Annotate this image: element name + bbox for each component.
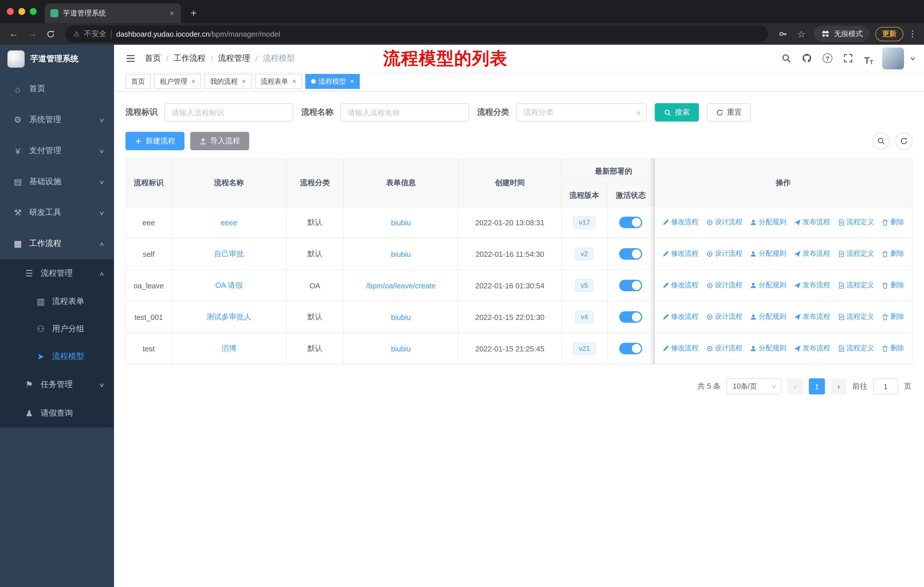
close-window-button[interactable] <box>7 8 14 15</box>
help-icon[interactable]: ? <box>821 51 834 65</box>
page-number-1[interactable]: 1 <box>809 378 825 394</box>
tab-close-icon[interactable]: × <box>168 8 175 18</box>
sidebar-item-process-management[interactable]: ☰ 流程管理 ∧ <box>0 259 114 288</box>
action-assign-rule[interactable]: 分配规则 <box>750 344 786 354</box>
version-badge[interactable]: v17 <box>573 216 596 229</box>
sidebar-item-infrastructure[interactable]: ▤ 基础设施 ∨ <box>0 166 114 197</box>
breadcrumb-home[interactable]: 首页 <box>145 53 161 63</box>
password-key-icon[interactable] <box>775 26 791 42</box>
sidebar-item-workflow[interactable]: ▦ 工作流程 ∧ <box>0 228 114 259</box>
model-name-link[interactable]: eeee <box>221 218 237 227</box>
breadcrumb-process-management[interactable]: 流程管理 <box>218 53 250 63</box>
active-toggle[interactable] <box>619 248 642 260</box>
browser-tab[interactable]: 芋道管理系统 × <box>45 3 181 23</box>
form-link[interactable]: biubiu <box>391 344 411 353</box>
action-delete[interactable]: 删除 <box>882 312 904 322</box>
sidebar-item-dev-tools[interactable]: ⚒ 研发工具 ∨ <box>0 197 114 228</box>
close-icon[interactable]: × <box>242 78 246 85</box>
back-icon[interactable]: ← <box>6 26 22 42</box>
form-link[interactable]: biubiu <box>391 250 411 258</box>
search-button[interactable]: 搜索 <box>655 103 699 122</box>
close-icon[interactable]: × <box>292 78 296 85</box>
sidebar-item-process-model[interactable]: ➤ 流程模型 <box>0 343 114 370</box>
action-publish[interactable]: 发布流程 <box>794 249 830 259</box>
sidebar-item-home[interactable]: ⌂ 首页 <box>0 73 114 104</box>
form-link[interactable]: /bpm/oa/leave/create <box>366 281 436 290</box>
action-delete[interactable]: 删除 <box>882 281 904 290</box>
action-design[interactable]: 设计流程 <box>706 344 742 354</box>
close-icon[interactable]: × <box>350 78 354 85</box>
action-edit[interactable]: 修改流程 <box>662 312 698 322</box>
sidebar-item-user-group[interactable]: ⚇ 用户分组 <box>0 315 114 343</box>
active-toggle[interactable] <box>619 217 642 228</box>
sidebar-item-process-form[interactable]: ▥ 流程表单 <box>0 288 114 315</box>
sidebar-toggle-icon[interactable] <box>123 51 138 66</box>
browser-menu-icon[interactable]: ⋮ <box>907 29 918 39</box>
action-definition[interactable]: 流程定义 <box>838 312 874 322</box>
github-icon[interactable] <box>800 51 814 65</box>
action-definition[interactable]: 流程定义 <box>838 344 874 354</box>
action-edit[interactable]: 修改流程 <box>662 249 698 259</box>
model-name-link[interactable]: 滔博 <box>221 344 236 352</box>
action-definition[interactable]: 流程定义 <box>838 218 874 227</box>
breadcrumb-workflow[interactable]: 工作流程 <box>173 53 206 63</box>
search-icon[interactable] <box>779 51 793 65</box>
new-tab-button[interactable]: + <box>186 5 201 21</box>
active-toggle[interactable] <box>619 280 642 291</box>
address-bar[interactable]: ⚠ 不安全 dashboard.yudao.iocoder.cn/bpm/man… <box>65 25 768 42</box>
tag-process-form[interactable]: 流程表单× <box>255 74 302 89</box>
form-link[interactable]: biubiu <box>391 313 411 321</box>
forward-icon[interactable]: → <box>24 26 40 42</box>
font-size-icon[interactable]: TT <box>862 51 876 65</box>
sidebar-item-leave-query[interactable]: ♟ 请假查询 <box>0 399 114 428</box>
tag-tenant[interactable]: 租户管理× <box>154 74 201 89</box>
fullscreen-icon[interactable] <box>841 51 855 65</box>
import-process-button[interactable]: 导入流程 <box>190 132 249 150</box>
action-delete[interactable]: 删除 <box>882 249 904 259</box>
refresh-table-button[interactable] <box>895 132 912 150</box>
action-publish[interactable]: 发布流程 <box>794 344 830 354</box>
minimize-window-button[interactable] <box>18 8 25 15</box>
page-size-select[interactable]: 10条/页 ∨ <box>726 378 781 394</box>
reset-button[interactable]: 重置 <box>707 103 751 122</box>
action-publish[interactable]: 发布流程 <box>794 218 830 227</box>
version-badge[interactable]: v5 <box>575 279 594 292</box>
process-name-input[interactable] <box>340 103 469 122</box>
tag-home[interactable]: 首页 <box>125 74 151 89</box>
model-name-link[interactable]: OA 请假 <box>215 281 243 289</box>
version-badge[interactable]: v2 <box>575 248 594 260</box>
version-badge[interactable]: v21 <box>573 342 596 355</box>
version-badge[interactable]: v4 <box>575 311 594 323</box>
close-icon[interactable]: × <box>191 78 195 85</box>
sidebar-item-task-management[interactable]: ⚑ 任务管理 ∨ <box>0 370 114 399</box>
action-delete[interactable]: 删除 <box>882 344 904 354</box>
process-key-input[interactable] <box>164 103 293 122</box>
action-publish[interactable]: 发布流程 <box>794 281 830 290</box>
tag-my-process[interactable]: 我的流程× <box>205 74 251 89</box>
zoom-window-button[interactable] <box>30 8 37 15</box>
category-select[interactable]: 流程分类 ∨ <box>516 103 647 122</box>
tag-process-model[interactable]: 流程模型× <box>305 74 360 89</box>
toggle-search-button[interactable] <box>873 132 889 150</box>
create-process-button[interactable]: 新建流程 <box>125 132 185 150</box>
bookmark-star-icon[interactable]: ☆ <box>794 26 809 42</box>
model-name-link[interactable]: 测试多审批人 <box>206 313 251 321</box>
action-design[interactable]: 设计流程 <box>706 249 742 259</box>
form-link[interactable]: biubiu <box>391 218 411 227</box>
prev-page-button[interactable]: ‹ <box>787 378 803 394</box>
action-design[interactable]: 设计流程 <box>706 281 742 290</box>
active-toggle[interactable] <box>619 343 642 354</box>
security-label[interactable]: 不安全 <box>84 29 107 39</box>
action-assign-rule[interactable]: 分配规则 <box>750 218 786 227</box>
action-definition[interactable]: 流程定义 <box>838 249 874 259</box>
action-edit[interactable]: 修改流程 <box>662 281 698 290</box>
action-assign-rule[interactable]: 分配规则 <box>750 249 786 259</box>
action-design[interactable]: 设计流程 <box>706 218 742 227</box>
goto-page-input[interactable] <box>873 378 898 394</box>
model-name-link[interactable]: 自己审批 <box>214 250 244 258</box>
action-delete[interactable]: 删除 <box>882 218 904 227</box>
user-avatar[interactable] <box>883 47 904 69</box>
next-page-button[interactable]: › <box>831 378 846 394</box>
sidebar-item-payment[interactable]: ¥ 支付管理 ∨ <box>0 135 114 166</box>
sidebar-item-system[interactable]: ⚙ 系统管理 ∨ <box>0 104 114 135</box>
